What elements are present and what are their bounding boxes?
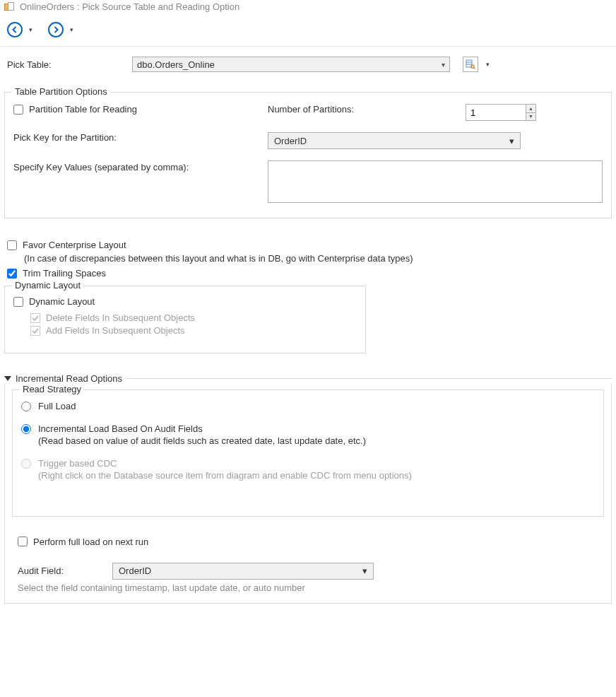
dynamic-layout-label: Dynamic Layout	[29, 296, 95, 307]
pick-key-select[interactable]: OrderID ▾	[268, 132, 521, 149]
pick-table-label: Pick Table:	[7, 59, 124, 70]
trim-spaces-checkbox[interactable]	[7, 269, 17, 279]
chevron-down-icon: ▾	[442, 61, 445, 69]
partition-table-label: Partition Table for Reading	[29, 104, 137, 115]
dynamic-layout-group: Dynamic Layout Dynamic Layout Delete Fie…	[4, 286, 366, 353]
cdc-radio	[21, 459, 31, 469]
nav-back-dropdown[interactable]: ▾	[27, 26, 34, 33]
trim-spaces-label: Trim Trailing Spaces	[23, 268, 106, 279]
delete-fields-label: Delete Fields In Subsequent Objects	[46, 312, 195, 323]
partition-legend: Table Partition Options	[12, 86, 110, 97]
svg-rect-5	[31, 313, 40, 322]
num-partitions-input[interactable]	[466, 107, 526, 118]
spinner-down-icon[interactable]: ▼	[526, 112, 535, 121]
partition-table-checkbox[interactable]	[13, 105, 23, 115]
add-fields-label: Add Fields In Subsequent Objects	[46, 325, 185, 336]
full-load-radio[interactable]	[21, 402, 31, 411]
window-titlebar: OnlineOrders : Pick Source Table and Rea…	[0, 0, 616, 13]
inspect-table-button[interactable]	[463, 57, 478, 72]
num-partitions-label: Number of Partitions:	[268, 104, 466, 115]
partition-options-group: Table Partition Options Partition Table …	[4, 92, 612, 218]
read-strategy-legend: Read Strategy	[20, 384, 84, 394]
collapse-triangle-icon	[4, 376, 11, 381]
nav-back-button[interactable]	[7, 22, 23, 37]
favor-centerprise-checkbox[interactable]	[7, 240, 17, 250]
dynamic-legend: Dynamic Layout	[12, 280, 83, 291]
incremental-header-label: Incremental Read Options	[16, 373, 122, 384]
check-icon	[30, 313, 40, 323]
read-strategy-group: Read Strategy Full Load Incremental Load…	[12, 390, 604, 517]
divider	[125, 378, 612, 379]
spinner-up-icon[interactable]: ▲	[526, 105, 535, 112]
chevron-down-icon: ▾	[509, 136, 514, 146]
svg-line-4	[474, 68, 475, 69]
favor-centerprise-hint: (In case of discrepancies between this l…	[7, 253, 609, 264]
incremental-load-radio[interactable]	[21, 424, 31, 434]
incremental-load-desc: (Read based on value of audit fields suc…	[38, 435, 366, 447]
app-icon	[4, 2, 16, 12]
audit-field-label: Audit Field:	[18, 566, 102, 576]
cdc-label: Trigger based CDC	[38, 457, 412, 470]
perform-full-load-checkbox[interactable]	[18, 537, 28, 546]
key-values-textarea[interactable]	[268, 160, 603, 203]
dynamic-layout-checkbox[interactable]	[13, 297, 23, 307]
inspect-table-dropdown[interactable]: ▾	[484, 61, 491, 68]
incremental-section-header[interactable]: Incremental Read Options	[4, 373, 612, 384]
nav-forward-dropdown[interactable]: ▾	[68, 26, 75, 33]
specify-values-label: Specify Key Values (separated by comma):	[13, 160, 268, 172]
incremental-load-label: Incremental Load Based On Audit Fields	[38, 423, 366, 435]
svg-rect-6	[31, 326, 40, 335]
pick-table-select[interactable]: dbo.Orders_Online ▾	[132, 57, 450, 72]
check-icon	[30, 326, 40, 336]
incremental-section: Read Strategy Full Load Incremental Load…	[4, 384, 612, 604]
pick-key-value: OrderID	[274, 136, 307, 146]
full-load-label: Full Load	[38, 401, 76, 411]
window-title: OnlineOrders : Pick Source Table and Rea…	[20, 1, 239, 12]
perform-full-load-label: Perform full load on next run	[33, 537, 148, 547]
audit-field-hint: Select the field containing timestamp, l…	[18, 582, 608, 593]
pick-table-value: dbo.Orders_Online	[137, 59, 215, 70]
nav-toolbar: ▾ ▾	[0, 13, 616, 47]
pick-key-label: Pick Key for the Partition:	[13, 132, 268, 143]
nav-forward-button[interactable]	[48, 22, 64, 37]
favor-centerprise-label: Favor Centerprise Layout	[23, 240, 126, 250]
num-partitions-spinner[interactable]: ▲ ▼	[466, 104, 536, 121]
chevron-down-icon: ▾	[362, 566, 367, 576]
cdc-desc: (Right click on the Database source item…	[38, 469, 412, 482]
audit-field-value: OrderID	[119, 566, 151, 576]
audit-field-select[interactable]: OrderID ▾	[112, 563, 374, 580]
